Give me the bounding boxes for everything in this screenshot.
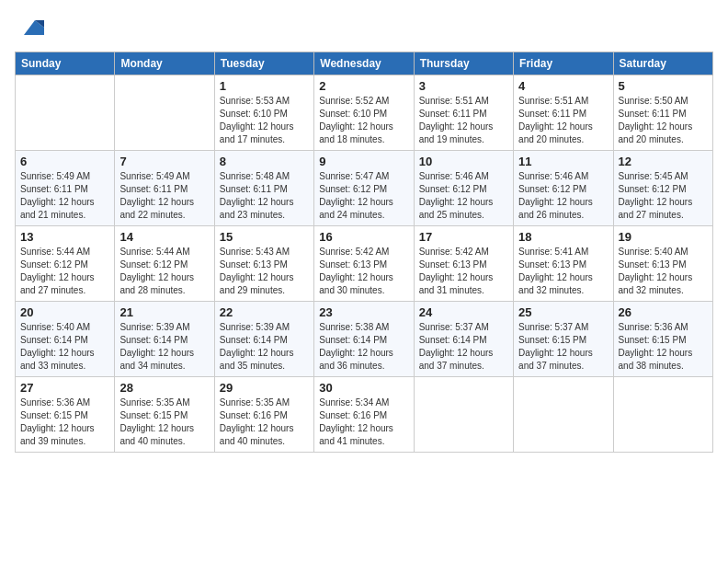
calendar-cell: 6Sunrise: 5:49 AMSunset: 6:11 PMDaylight… <box>16 151 115 226</box>
calendar-cell: 9Sunrise: 5:47 AMSunset: 6:12 PMDaylight… <box>314 151 414 226</box>
calendar-week-row: 1Sunrise: 5:53 AMSunset: 6:10 PMDaylight… <box>16 75 713 151</box>
day-number: 6 <box>20 155 109 168</box>
day-info: Sunrise: 5:36 AMSunset: 6:15 PMDaylight:… <box>20 396 109 448</box>
day-number: 15 <box>220 230 309 244</box>
calendar-cell <box>514 377 613 453</box>
calendar-cell: 13Sunrise: 5:44 AMSunset: 6:12 PMDayligh… <box>16 226 115 302</box>
day-of-week-header: Friday <box>514 52 613 75</box>
calendar-week-row: 20Sunrise: 5:40 AMSunset: 6:14 PMDayligh… <box>16 302 713 377</box>
calendar-cell: 30Sunrise: 5:34 AMSunset: 6:16 PMDayligh… <box>314 377 414 453</box>
day-number: 7 <box>119 155 209 168</box>
day-info: Sunrise: 5:45 AMSunset: 6:12 PMDaylight:… <box>619 170 708 222</box>
day-info: Sunrise: 5:40 AMSunset: 6:14 PMDaylight:… <box>20 321 109 373</box>
day-info: Sunrise: 5:37 AMSunset: 6:14 PMDaylight:… <box>419 321 508 373</box>
day-number: 13 <box>20 230 109 244</box>
day-number: 20 <box>20 305 109 319</box>
calendar-cell: 1Sunrise: 5:53 AMSunset: 6:10 PMDaylight… <box>214 75 313 151</box>
day-of-week-header: Thursday <box>414 52 513 75</box>
calendar-cell: 2Sunrise: 5:52 AMSunset: 6:10 PMDaylight… <box>314 75 414 151</box>
calendar-cell <box>613 377 712 453</box>
day-of-week-header: Saturday <box>613 52 712 75</box>
day-info: Sunrise: 5:52 AMSunset: 6:10 PMDaylight:… <box>319 95 408 146</box>
day-info: Sunrise: 5:49 AMSunset: 6:11 PMDaylight:… <box>119 170 209 222</box>
day-of-week-header: Monday <box>115 52 214 75</box>
day-info: Sunrise: 5:43 AMSunset: 6:13 PMDaylight:… <box>220 246 309 297</box>
day-info: Sunrise: 5:35 AMSunset: 6:16 PMDaylight:… <box>220 396 309 448</box>
calendar-cell: 10Sunrise: 5:46 AMSunset: 6:12 PMDayligh… <box>414 151 513 226</box>
day-number: 21 <box>119 305 209 319</box>
day-number: 4 <box>518 79 608 93</box>
day-info: Sunrise: 5:51 AMSunset: 6:11 PMDaylight:… <box>419 95 508 146</box>
day-number: 19 <box>619 230 708 244</box>
day-number: 27 <box>20 381 109 395</box>
calendar-cell <box>115 75 214 151</box>
calendar-cell: 29Sunrise: 5:35 AMSunset: 6:16 PMDayligh… <box>214 377 313 453</box>
day-number: 18 <box>518 230 608 244</box>
day-info: Sunrise: 5:46 AMSunset: 6:12 PMDaylight:… <box>518 170 608 222</box>
day-info: Sunrise: 5:41 AMSunset: 6:13 PMDaylight:… <box>518 246 608 297</box>
day-number: 25 <box>518 305 608 319</box>
day-info: Sunrise: 5:42 AMSunset: 6:13 PMDaylight:… <box>319 246 408 297</box>
day-info: Sunrise: 5:42 AMSunset: 6:13 PMDaylight:… <box>419 246 508 297</box>
day-number: 23 <box>319 305 408 319</box>
day-info: Sunrise: 5:37 AMSunset: 6:15 PMDaylight:… <box>518 321 608 373</box>
logo <box>15 15 44 40</box>
calendar-cell: 27Sunrise: 5:36 AMSunset: 6:15 PMDayligh… <box>16 377 115 453</box>
page-header <box>15 15 713 40</box>
calendar-cell: 8Sunrise: 5:48 AMSunset: 6:11 PMDaylight… <box>214 151 313 226</box>
day-info: Sunrise: 5:47 AMSunset: 6:12 PMDaylight:… <box>319 170 408 222</box>
calendar-cell <box>16 75 115 151</box>
day-number: 29 <box>220 381 309 395</box>
day-number: 14 <box>119 230 209 244</box>
day-info: Sunrise: 5:44 AMSunset: 6:12 PMDaylight:… <box>20 246 109 297</box>
calendar-cell: 23Sunrise: 5:38 AMSunset: 6:14 PMDayligh… <box>314 302 414 377</box>
day-info: Sunrise: 5:36 AMSunset: 6:15 PMDaylight:… <box>619 321 708 373</box>
day-info: Sunrise: 5:39 AMSunset: 6:14 PMDaylight:… <box>119 321 209 373</box>
calendar-week-row: 27Sunrise: 5:36 AMSunset: 6:15 PMDayligh… <box>16 377 713 453</box>
day-number: 11 <box>518 155 608 168</box>
day-number: 24 <box>419 305 508 319</box>
day-of-week-header: Tuesday <box>214 52 313 75</box>
day-number: 8 <box>220 155 309 168</box>
calendar-cell: 15Sunrise: 5:43 AMSunset: 6:13 PMDayligh… <box>214 226 313 302</box>
day-info: Sunrise: 5:49 AMSunset: 6:11 PMDaylight:… <box>20 170 109 222</box>
day-info: Sunrise: 5:53 AMSunset: 6:10 PMDaylight:… <box>220 95 309 146</box>
day-number: 22 <box>220 305 309 319</box>
calendar-cell: 19Sunrise: 5:40 AMSunset: 6:13 PMDayligh… <box>613 226 712 302</box>
day-info: Sunrise: 5:34 AMSunset: 6:16 PMDaylight:… <box>319 396 408 448</box>
day-info: Sunrise: 5:35 AMSunset: 6:15 PMDaylight:… <box>119 396 209 448</box>
day-number: 28 <box>119 381 209 395</box>
day-info: Sunrise: 5:44 AMSunset: 6:12 PMDaylight:… <box>119 246 209 297</box>
calendar-header-row: SundayMondayTuesdayWednesdayThursdayFrid… <box>16 52 713 75</box>
day-number: 10 <box>419 155 508 168</box>
calendar-cell: 5Sunrise: 5:50 AMSunset: 6:11 PMDaylight… <box>613 75 712 151</box>
day-number: 3 <box>419 79 508 93</box>
calendar-cell: 26Sunrise: 5:36 AMSunset: 6:15 PMDayligh… <box>613 302 712 377</box>
day-info: Sunrise: 5:39 AMSunset: 6:14 PMDaylight:… <box>220 321 309 373</box>
day-number: 1 <box>220 79 309 93</box>
calendar-cell: 4Sunrise: 5:51 AMSunset: 6:11 PMDaylight… <box>514 75 613 151</box>
day-info: Sunrise: 5:51 AMSunset: 6:11 PMDaylight:… <box>518 95 608 146</box>
day-of-week-header: Sunday <box>16 52 115 75</box>
calendar-cell: 21Sunrise: 5:39 AMSunset: 6:14 PMDayligh… <box>115 302 214 377</box>
calendar-cell: 24Sunrise: 5:37 AMSunset: 6:14 PMDayligh… <box>414 302 513 377</box>
calendar-cell: 16Sunrise: 5:42 AMSunset: 6:13 PMDayligh… <box>314 226 414 302</box>
day-number: 12 <box>619 155 708 168</box>
day-number: 26 <box>619 305 708 319</box>
calendar-cell: 22Sunrise: 5:39 AMSunset: 6:14 PMDayligh… <box>214 302 313 377</box>
calendar-cell: 25Sunrise: 5:37 AMSunset: 6:15 PMDayligh… <box>514 302 613 377</box>
day-info: Sunrise: 5:40 AMSunset: 6:13 PMDaylight:… <box>619 246 708 297</box>
day-number: 17 <box>419 230 508 244</box>
day-number: 16 <box>319 230 408 244</box>
calendar-week-row: 13Sunrise: 5:44 AMSunset: 6:12 PMDayligh… <box>16 226 713 302</box>
calendar-cell: 7Sunrise: 5:49 AMSunset: 6:11 PMDaylight… <box>115 151 214 226</box>
calendar-cell <box>414 377 513 453</box>
calendar-cell: 14Sunrise: 5:44 AMSunset: 6:12 PMDayligh… <box>115 226 214 302</box>
calendar-cell: 20Sunrise: 5:40 AMSunset: 6:14 PMDayligh… <box>16 302 115 377</box>
day-info: Sunrise: 5:38 AMSunset: 6:14 PMDaylight:… <box>319 321 408 373</box>
day-info: Sunrise: 5:48 AMSunset: 6:11 PMDaylight:… <box>220 170 309 222</box>
day-of-week-header: Wednesday <box>314 52 414 75</box>
day-info: Sunrise: 5:50 AMSunset: 6:11 PMDaylight:… <box>619 95 708 146</box>
calendar-cell: 28Sunrise: 5:35 AMSunset: 6:15 PMDayligh… <box>115 377 214 453</box>
day-number: 30 <box>319 381 408 395</box>
